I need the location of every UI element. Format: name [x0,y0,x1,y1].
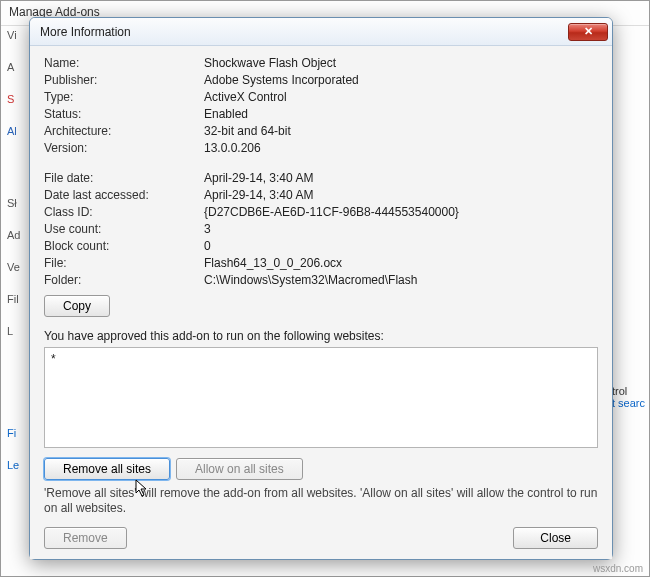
blockcount-label: Block count: [44,239,204,253]
file-value: Flash64_13_0_0_206.ocx [204,256,598,270]
remove-button: Remove [44,527,127,549]
info-grid: Name: Shockwave Flash Object Publisher: … [44,56,598,287]
watermark: wsxdn.com [593,563,643,574]
usecount-value: 3 [204,222,598,236]
file-label: File: [44,256,204,270]
copy-button[interactable]: Copy [44,295,110,317]
more-information-dialog: More Information ✕ Name: Shockwave Flash… [29,17,613,560]
arch-value: 32-bit and 64-bit [204,124,598,138]
filedate-value: April-29-14, 3:40 AM [204,171,598,185]
name-value: Shockwave Flash Object [204,56,598,70]
usecount-label: Use count: [44,222,204,236]
status-value: Enabled [204,107,598,121]
publisher-value: Adobe Systems Incorporated [204,73,598,87]
dialog-titlebar[interactable]: More Information ✕ [30,18,612,46]
name-label: Name: [44,56,204,70]
type-value: ActiveX Control [204,90,598,104]
close-icon[interactable]: ✕ [568,23,608,41]
blockcount-value: 0 [204,239,598,253]
site-entry[interactable]: * [51,352,591,366]
folder-value: C:\Windows\System32\Macromed\Flash [204,273,598,287]
approved-sites-list[interactable]: * [44,347,598,448]
remove-all-sites-button[interactable]: Remove all sites [44,458,170,480]
folder-label: Folder: [44,273,204,287]
type-label: Type: [44,90,204,104]
classid-label: Class ID: [44,205,204,219]
version-value: 13.0.0.206 [204,141,598,155]
version-label: Version: [44,141,204,155]
publisher-label: Publisher: [44,73,204,87]
close-button[interactable]: Close [513,527,598,549]
arch-label: Architecture: [44,124,204,138]
accessed-label: Date last accessed: [44,188,204,202]
approved-sites-label: You have approved this add-on to run on … [44,329,598,343]
allow-on-all-sites-button: Allow on all sites [176,458,303,480]
classid-value: {D27CDB6E-AE6D-11CF-96B8-444553540000} [204,205,598,219]
background-right-fragments: trol t searc [612,301,645,409]
sites-description: 'Remove all sites' will remove the add-o… [44,486,598,517]
manage-addons-window: Manage Add-ons Vi A S Al Sł Ad Ve Fil L … [0,0,650,577]
background-fragments: Vi A S Al Sł Ad Ve Fil L Fi Le [7,29,27,568]
accessed-value: April-29-14, 3:40 AM [204,188,598,202]
filedate-label: File date: [44,171,204,185]
status-label: Status: [44,107,204,121]
dialog-title: More Information [40,25,568,39]
dialog-body: Name: Shockwave Flash Object Publisher: … [30,46,612,559]
